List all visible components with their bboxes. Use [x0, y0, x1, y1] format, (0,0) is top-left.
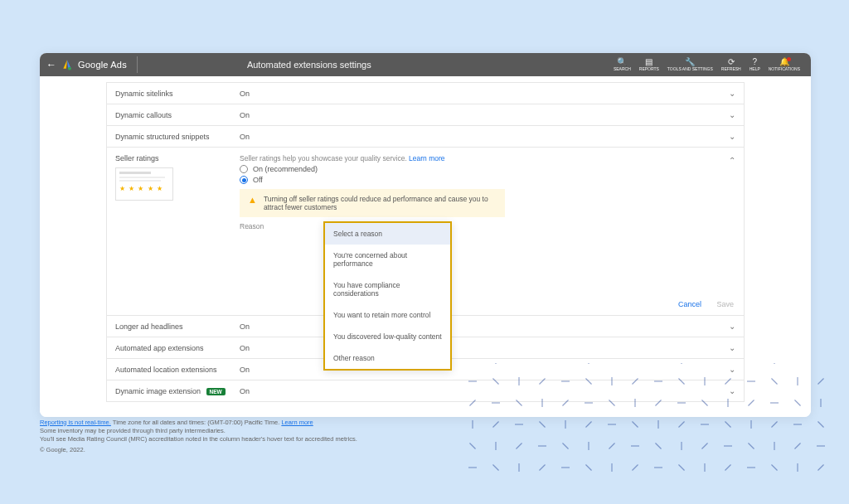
help-icon: ?	[752, 58, 757, 66]
topbar: ← Google Ads Automated extensions settin…	[40, 53, 811, 76]
ext-name: Dynamic structured snippets	[115, 133, 240, 141]
search-icon: 🔍	[617, 58, 627, 66]
footer-learnmore-link[interactable]: Learn more	[281, 419, 313, 426]
footer: Reporting is not real-time. Time zone fo…	[40, 419, 537, 455]
chevron-down-icon[interactable]: ⌄	[729, 343, 735, 352]
svg-line-97	[562, 443, 568, 448]
svg-line-80	[585, 421, 591, 427]
svg-line-116	[585, 464, 591, 470]
radio-icon	[240, 165, 248, 173]
toolbar-search[interactable]: 🔍SEARCH	[614, 58, 631, 71]
chevron-down-icon[interactable]: ⌄	[729, 89, 735, 98]
ext-name: Dynamic callouts	[115, 111, 240, 119]
brand-label: Google Ads	[78, 60, 127, 70]
ext-row-callouts[interactable]: Dynamic callouts On ⌄	[106, 104, 745, 126]
ext-status: On	[240, 366, 729, 374]
ext-name: Seller ratings	[115, 154, 159, 162]
dropdown-item[interactable]: You're concerned about performance	[325, 245, 450, 274]
back-arrow-icon[interactable]: ←	[46, 59, 56, 70]
google-ads-logo-icon	[61, 59, 73, 70]
chevron-down-icon[interactable]: ⌄	[729, 132, 735, 141]
ext-name: Automated location extensions	[115, 366, 240, 374]
chevron-down-icon[interactable]: ⌄	[729, 386, 735, 395]
page-title: Automated extensions settings	[247, 60, 371, 70]
dropdown-item[interactable]: You want to retain more control	[325, 304, 450, 326]
svg-line-118	[632, 464, 638, 470]
svg-line-84	[678, 421, 684, 427]
ext-status: On	[240, 344, 729, 352]
svg-line-101	[655, 443, 661, 448]
ext-name: Automated app extensions	[115, 344, 240, 352]
footer-realtime-link[interactable]: Reporting is not real-time.	[40, 419, 111, 426]
warning-icon: ▲	[248, 195, 257, 205]
help-text: Seller ratings help you showcase your qu…	[240, 154, 735, 162]
dropdown-item[interactable]: Other reason	[325, 347, 450, 369]
stars-icon: ★ ★ ★ ★ ★	[119, 185, 169, 192]
svg-point-0	[68, 67, 71, 70]
svg-line-124	[771, 464, 777, 470]
ext-row-dynamic-image[interactable]: Dynamic image extension NEW On ⌄	[106, 380, 745, 402]
svg-line-78	[539, 421, 545, 427]
svg-line-112	[492, 464, 498, 470]
chevron-down-icon[interactable]: ⌄	[729, 365, 735, 374]
svg-line-105	[748, 443, 754, 448]
svg-line-88	[771, 421, 777, 427]
warning-banner: ▲ Turning off seller ratings could reduc…	[240, 189, 505, 217]
radio-off[interactable]: Off	[240, 176, 735, 184]
toolbar-help[interactable]: ?HELP	[750, 58, 760, 71]
ad-preview: ★ ★ ★ ★ ★	[115, 167, 173, 201]
svg-line-103	[701, 443, 707, 448]
chevron-down-icon[interactable]: ⌄	[729, 110, 735, 119]
svg-line-86	[725, 421, 730, 427]
svg-line-122	[725, 464, 730, 470]
toolbar-reports[interactable]: ▤REPORTS	[639, 58, 659, 71]
toolbar-refresh[interactable]: ⟳REFRESH	[721, 58, 741, 71]
radio-selected-icon	[240, 176, 248, 184]
dropdown-item[interactable]: Select a reason	[325, 223, 450, 245]
divider	[137, 56, 138, 73]
ext-row-snippets[interactable]: Dynamic structured snippets On ⌄	[106, 125, 745, 148]
action-buttons: Cancel Save	[678, 300, 734, 308]
ext-name: Dynamic image extension NEW	[115, 387, 240, 395]
save-button: Save	[716, 300, 734, 308]
bell-icon: 🔔	[779, 58, 789, 66]
ext-name: Dynamic sitelinks	[115, 90, 240, 98]
reason-dropdown[interactable]: Select a reason You're concerned about p…	[323, 221, 452, 371]
svg-line-82	[632, 421, 638, 427]
toolbar-tools[interactable]: 🔧TOOLS AND SETTINGS	[667, 58, 713, 71]
copyright: © Google, 2022.	[40, 446, 537, 454]
reports-icon: ▤	[645, 58, 653, 66]
ext-status: On	[240, 322, 729, 331]
chevron-down-icon[interactable]: ⌄	[729, 322, 735, 331]
ext-status: On	[240, 90, 729, 98]
svg-line-54	[817, 378, 823, 384]
svg-line-90	[817, 421, 823, 427]
reason-label: Reason	[240, 222, 735, 230]
dropdown-item[interactable]: You have compliance considerations	[325, 274, 450, 304]
dropdown-item[interactable]: You discovered low-quality content	[325, 326, 450, 347]
ext-status: On	[240, 387, 729, 395]
footer-line3: You'll see Media Rating Council (MRC) ac…	[40, 435, 537, 443]
cancel-button[interactable]: Cancel	[678, 300, 701, 308]
svg-line-107	[794, 443, 800, 448]
svg-line-120	[678, 464, 684, 470]
new-badge: NEW	[206, 388, 226, 395]
refresh-icon: ⟳	[728, 58, 735, 66]
radio-on[interactable]: On (recommended)	[240, 165, 735, 173]
ext-name: Longer ad headlines	[115, 322, 240, 331]
footer-line1: Reporting is not real-time. Time zone fo…	[40, 419, 537, 427]
svg-line-126	[817, 464, 823, 470]
ext-row-sitelinks[interactable]: Dynamic sitelinks On ⌄	[106, 82, 745, 104]
chevron-up-icon[interactable]: ⌃	[729, 156, 735, 165]
learn-more-link[interactable]: Learn more	[409, 154, 444, 162]
ext-status: On	[240, 133, 729, 141]
toolbar-notifications[interactable]: 🔔NOTIFICATIONS	[769, 58, 800, 71]
svg-line-99	[609, 443, 614, 448]
svg-line-114	[539, 464, 545, 470]
ext-status: On	[240, 111, 729, 119]
tools-icon: 🔧	[685, 58, 695, 66]
footer-line2: Some inventory may be provided through t…	[40, 427, 537, 435]
